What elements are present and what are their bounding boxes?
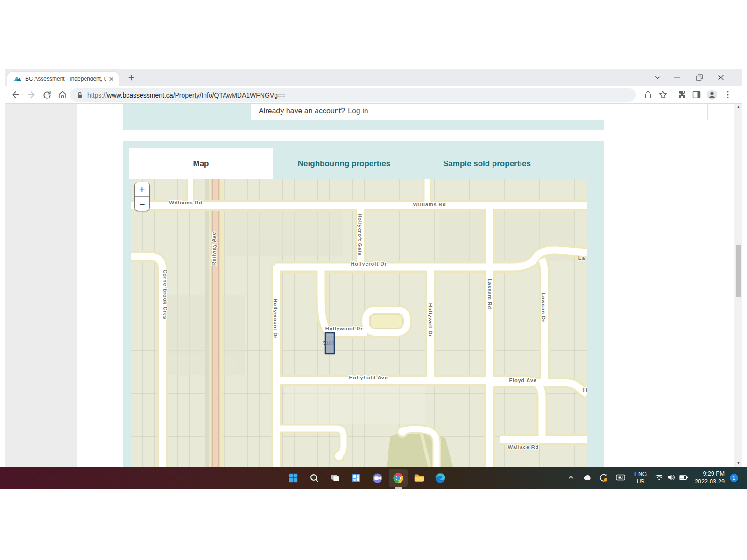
tab-title: BC Assessment - Independent, u — [25, 72, 106, 86]
notification-badge[interactable]: 1 — [730, 474, 738, 482]
forward-icon[interactable] — [26, 90, 36, 100]
account-prompt: Already have an account? — [259, 107, 345, 115]
search-icon — [309, 473, 319, 483]
scrollbar-thumb[interactable] — [736, 245, 741, 297]
home-icon[interactable] — [57, 90, 68, 100]
chrome-active-indicator — [395, 487, 402, 489]
reload-icon[interactable] — [42, 90, 52, 100]
tab-map[interactable]: Map — [129, 148, 273, 179]
browser-toolbar: https://www.bcassessment.ca/Property/Inf… — [5, 86, 742, 104]
tab-search-chevron-icon[interactable] — [655, 75, 661, 80]
edge-icon — [435, 472, 446, 483]
street-label: La — [578, 255, 585, 261]
language-indicator[interactable]: ENG US — [634, 470, 647, 485]
left-gray-panel — [5, 104, 77, 467]
tab-strip: BC Assessment - Independent, u — [5, 69, 742, 86]
back-icon[interactable] — [10, 90, 21, 100]
scroll-down-arrow[interactable]: ▼ — [734, 460, 742, 467]
street-label: Fl — [582, 387, 587, 392]
taskbar-clock[interactable]: 9:29 PM 2022-03-29 — [695, 470, 725, 486]
login-link[interactable]: Log in — [348, 107, 368, 115]
map-zoom-control: + − — [134, 182, 150, 211]
street-label: Wallace Rd — [508, 444, 539, 450]
property-section: Map Neighbouring properties Sample sold … — [123, 141, 604, 467]
clock-date: 2022-03-29 — [695, 478, 725, 486]
browser-tab[interactable]: BC Assessment - Independent, u — [7, 72, 119, 86]
street-label: Hollymount Dr — [273, 299, 278, 339]
chat-icon — [372, 473, 383, 483]
map-container: Williams RdWilliams RdRailway AveCornerb… — [131, 179, 587, 467]
street-label: Lassam Rd — [487, 279, 493, 309]
side-panel-icon[interactable] — [692, 90, 701, 99]
tab-close-icon[interactable] — [108, 76, 115, 83]
task-view-button[interactable] — [330, 472, 341, 483]
task-view-icon — [330, 473, 340, 483]
start-button[interactable] — [288, 472, 299, 483]
window-close-icon[interactable] — [718, 74, 724, 81]
taskbar: ENG US 9:29 PM 2022-03-29 1 — [0, 467, 747, 489]
tab-neighbouring-properties[interactable]: Neighbouring properties — [298, 148, 390, 179]
street-label: Hollywell Dr — [428, 303, 433, 337]
window-minimize-icon[interactable] — [674, 77, 680, 78]
address-bar[interactable]: https://www.bcassessment.ca/Property/Inf… — [70, 88, 636, 102]
street-label: Hollyfield Ave — [349, 375, 388, 380]
scroll-up-arrow[interactable]: ▲ — [734, 104, 742, 111]
screen: BC Assessment - Independent, u https://w… — [0, 0, 747, 560]
tab-sample-sold-properties[interactable]: Sample sold properties — [443, 148, 531, 179]
taskbar-search-button[interactable] — [309, 472, 320, 483]
onedrive-cloud-icon[interactable] — [583, 474, 592, 483]
street-label: Williams Rd — [169, 200, 202, 205]
chrome-taskbar-button[interactable] — [393, 472, 404, 483]
wifi-icon[interactable] — [655, 474, 664, 483]
street-label: Lawson Dr — [541, 293, 546, 322]
file-explorer-button[interactable] — [414, 472, 425, 483]
volume-icon[interactable] — [667, 474, 676, 483]
lock-icon[interactable] — [76, 91, 84, 99]
chat-button[interactable] — [372, 472, 383, 483]
widgets-button[interactable] — [351, 472, 362, 483]
browser-window: BC Assessment - Independent, u https://w… — [5, 69, 742, 467]
windows-logo-icon — [288, 473, 298, 483]
chrome-icon — [393, 472, 404, 484]
folder-icon — [414, 472, 425, 483]
account-banner-band: Already have an account?Log in — [123, 104, 604, 130]
page-viewport: Already have an account?Log in Map Neigh… — [5, 104, 742, 467]
touch-keyboard-icon[interactable] — [616, 474, 625, 483]
selected-parcel[interactable] — [325, 333, 334, 354]
menu-kebab-icon[interactable] — [723, 90, 733, 99]
street-label: Cornerbrook Cres — [162, 270, 168, 320]
tray-chevron-icon[interactable] — [567, 474, 575, 483]
zoom-out-button[interactable]: − — [135, 197, 149, 211]
zoom-in-button[interactable]: + — [135, 182, 149, 197]
sync-update-icon[interactable] — [599, 474, 608, 484]
street-label: Hollywood Dr — [325, 326, 363, 331]
bcassessment-favicon — [14, 75, 21, 83]
bookmark-star-icon[interactable] — [658, 90, 668, 99]
url-text[interactable]: https://www.bcassessment.ca/Property/Inf… — [87, 91, 285, 99]
battery-icon[interactable] — [679, 474, 688, 483]
profile-avatar[interactable] — [706, 89, 718, 100]
extensions-icon[interactable] — [677, 90, 686, 99]
property-map[interactable]: Williams RdWilliams RdRailway AveCornerb… — [131, 179, 587, 467]
railway-ave-road — [205, 179, 223, 467]
street-label: Williams Rd — [413, 202, 446, 207]
new-tab-icon[interactable] — [127, 73, 136, 82]
street-label: Hollycroft Dr — [351, 261, 387, 266]
window-restore-icon[interactable] — [696, 74, 703, 81]
clock-time: 9:29 PM — [695, 470, 725, 478]
loop-island — [370, 314, 402, 328]
widgets-icon — [351, 473, 361, 483]
share-icon[interactable] — [643, 90, 653, 99]
street-label: Hollycroft Gate — [357, 214, 363, 256]
street-label: Floyd Ave — [509, 378, 537, 383]
edge-taskbar-button[interactable] — [435, 472, 446, 483]
street-label: Railway Ave — [211, 232, 217, 266]
scrollbar[interactable]: ▲ ▼ — [734, 104, 742, 467]
account-card: Already have an account?Log in — [251, 104, 708, 120]
